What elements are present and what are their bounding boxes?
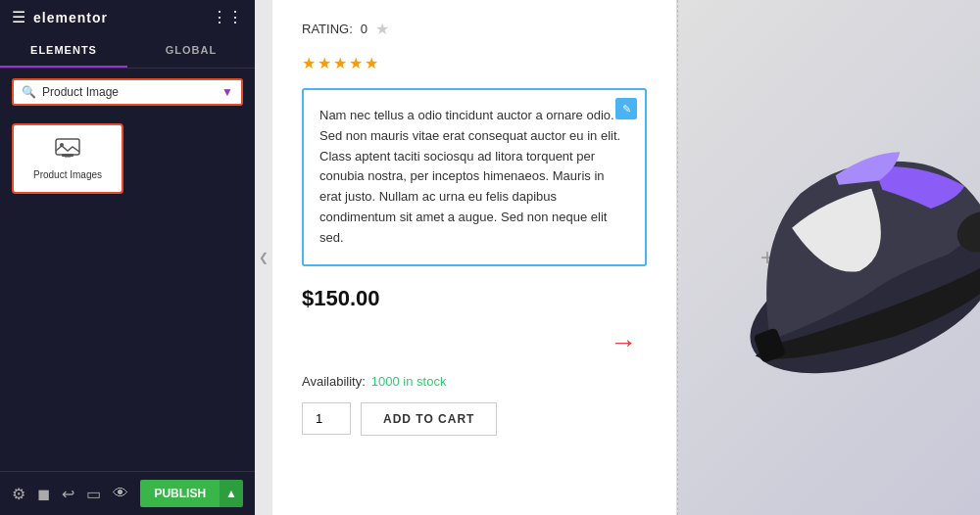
description-text: Nam nec tellus a odio tincidunt auctor a…: [319, 106, 629, 249]
description-box: ✎ Nam nec tellus a odio tincidunt auctor…: [302, 88, 647, 266]
quantity-input[interactable]: [302, 402, 351, 435]
svg-rect-3: [65, 156, 71, 158]
red-arrow-icon: →: [610, 327, 637, 358]
add-to-cart-button[interactable]: ADD TO CART: [361, 402, 497, 436]
publish-button[interactable]: PUBLISH: [140, 480, 220, 507]
product-images-label: Product Images: [33, 169, 102, 180]
availability-row: Availability: 1000 in stock: [302, 374, 647, 389]
search-input[interactable]: [42, 85, 216, 99]
star-2: ★: [318, 54, 331, 72]
footer-icons: ⚙ ◼ ↩ ▭ 👁: [12, 485, 128, 503]
arrow-row: →: [302, 327, 647, 358]
main-content: RATING: 0 ★ ★ ★ ★ ★ ★ ✎ Nam nec tellus a…: [272, 0, 980, 515]
sidebar-footer: ⚙ ◼ ↩ ▭ 👁 PUBLISH ▲: [0, 471, 255, 515]
element-product-images[interactable]: Product Images: [12, 123, 123, 194]
preview-icon[interactable]: 👁: [113, 485, 128, 502]
hamburger-icon[interactable]: ☰: [12, 8, 25, 26]
publish-btn-container: PUBLISH ▲: [140, 480, 243, 507]
cart-row: ADD TO CART: [302, 402, 647, 436]
star-4: ★: [349, 54, 363, 72]
search-area: 🔍 ▼: [0, 69, 255, 116]
history-icon[interactable]: ↩: [62, 485, 74, 503]
star-5: ★: [365, 54, 378, 72]
star-3: ★: [333, 54, 347, 72]
edit-icon-button[interactable]: ✎: [615, 98, 637, 119]
collapse-icon: ❮: [259, 251, 269, 264]
sidebar: ☰ elementor ⋮⋮ ELEMENTS GLOBAL 🔍 ▼: [0, 0, 255, 515]
rating-row: RATING: 0 ★: [302, 20, 647, 38]
sidebar-header-left: ☰ elementor: [12, 8, 108, 26]
publish-arrow-button[interactable]: ▲: [220, 480, 243, 507]
product-images-icon: [54, 137, 81, 164]
rating-value: 0: [361, 22, 368, 36]
shoe-image: [676, 20, 980, 490]
stars-group: ★ ★ ★ ★ ★: [302, 54, 647, 72]
tab-global[interactable]: GLOBAL: [127, 34, 255, 68]
availability-value: 1000 in stock: [371, 374, 447, 389]
product-area: RATING: 0 ★ ★ ★ ★ ★ ★ ✎ Nam nec tellus a…: [272, 0, 676, 515]
chevron-down-icon[interactable]: ▼: [221, 85, 233, 99]
sidebar-tabs: ELEMENTS GLOBAL: [0, 34, 255, 69]
price-text: $150.00: [302, 286, 647, 311]
rating-star-icon[interactable]: ★: [375, 20, 389, 38]
grid-icon[interactable]: ⋮⋮: [212, 8, 243, 26]
elements-grid: Product Images: [0, 116, 255, 202]
search-icon: 🔍: [22, 85, 36, 99]
image-panel: +: [676, 0, 980, 515]
elementor-logo: elementor: [33, 10, 108, 25]
settings-icon[interactable]: ⚙: [12, 485, 25, 503]
availability-label: Availability:: [302, 374, 366, 389]
rating-label: RATING:: [302, 22, 353, 36]
search-box: 🔍 ▼: [12, 78, 243, 106]
responsive-icon[interactable]: ▭: [86, 485, 101, 503]
collapse-handle[interactable]: ❮: [255, 0, 272, 515]
layers-icon[interactable]: ◼: [37, 485, 50, 503]
tab-elements[interactable]: ELEMENTS: [0, 34, 127, 68]
sidebar-header: ☰ elementor ⋮⋮: [0, 0, 255, 34]
svg-rect-0: [56, 139, 79, 155]
star-1: ★: [302, 54, 316, 72]
